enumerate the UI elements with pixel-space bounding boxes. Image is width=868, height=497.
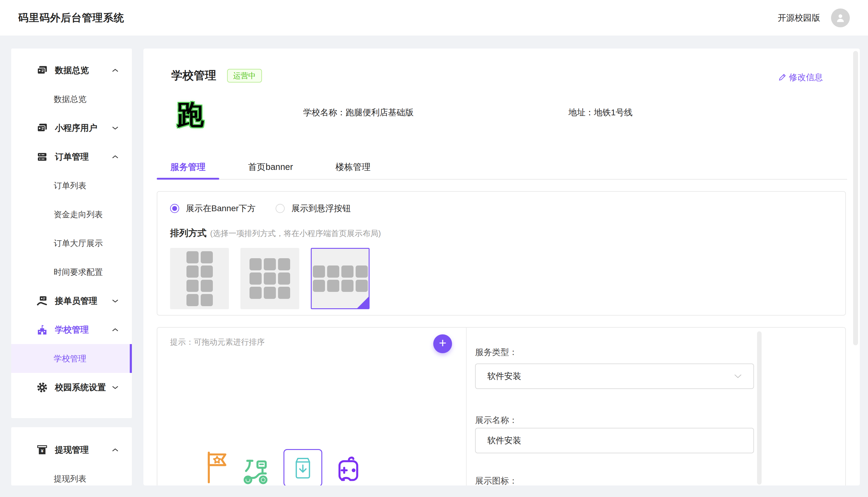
sidebar-item-order-list[interactable]: 订单列表 bbox=[11, 171, 132, 200]
sidebar-item-label: 订单列表 bbox=[54, 180, 86, 191]
chevron-up-icon bbox=[112, 68, 119, 72]
top-bar: 码里码外后台管理系统 开源校园版 bbox=[0, 0, 868, 36]
school-icon bbox=[37, 324, 48, 335]
service-display-panel: 展示在Banner下方 展示到悬浮按钮 排列方式 (选择一项排列方式，将在小程序… bbox=[157, 191, 846, 315]
page-title-row: 学校管理 运营中 bbox=[171, 68, 262, 83]
radio-show-below-banner[interactable]: 展示在Banner下方 bbox=[170, 203, 255, 214]
arrange-mode-label: 排列方式 bbox=[170, 227, 206, 239]
arrange-mode-hint: (选择一项排列方式，将在小程序端首页展示布局) bbox=[210, 228, 381, 239]
display-icon-label: 展示图标： bbox=[475, 475, 517, 485]
arrange-mode-row: 排列方式 (选择一项排列方式，将在小程序端首页展示布局) bbox=[170, 227, 845, 239]
sidebar-item-label: 接单员管理 bbox=[55, 295, 97, 307]
drag-sort-area: 提示：可拖动元素进行排序 + bbox=[157, 328, 467, 485]
layout-preview-grid bbox=[187, 251, 213, 306]
storage-icon bbox=[37, 152, 48, 162]
person-icon bbox=[835, 12, 846, 23]
atm-withdraw-icon: ¥ bbox=[37, 444, 48, 455]
sidebar-item-label: 订单大厅展示 bbox=[54, 238, 103, 249]
svg-text:¥: ¥ bbox=[41, 448, 44, 453]
layout-option-3col[interactable] bbox=[240, 248, 299, 309]
sidebar-item-order-management[interactable]: 订单管理 bbox=[11, 142, 132, 171]
chevron-up-icon bbox=[112, 155, 119, 159]
sidebar-item-miniapp-users[interactable]: 小程序用户 bbox=[11, 113, 132, 142]
school-name-value: 跑腿便利店基础版 bbox=[345, 108, 413, 117]
display-name-input[interactable]: 软件安装 bbox=[475, 428, 754, 453]
sidebar-item-label: 订单管理 bbox=[55, 151, 89, 162]
delivery-scooter-icon[interactable] bbox=[242, 456, 270, 484]
school-name-label: 学校名称： bbox=[303, 108, 345, 117]
chevron-down-icon bbox=[112, 385, 119, 389]
sidebar-item-label: 资金走向列表 bbox=[54, 209, 103, 220]
service-type-select[interactable]: 软件安装 bbox=[475, 364, 754, 389]
radio-show-float-button[interactable]: 展示到悬浮按钮 bbox=[276, 203, 351, 214]
layout-option-2col[interactable] bbox=[170, 248, 229, 309]
sidebar-item-withdraw-management[interactable]: ¥ 提现管理 bbox=[11, 436, 132, 464]
main-scrollbar[interactable] bbox=[853, 51, 858, 345]
edit-info-label: 修改信息 bbox=[789, 72, 823, 83]
school-name-row: 学校名称：跑腿便利店基础版 bbox=[303, 107, 413, 118]
sidebar-section-main: 数据总览 数据总览 小程序用户 bbox=[11, 48, 132, 418]
service-type-label: 服务类型： bbox=[475, 346, 517, 358]
radio-label: 展示在Banner下方 bbox=[186, 203, 255, 214]
game-controller-icon[interactable] bbox=[336, 455, 361, 484]
sidebar-item-label: 提现列表 bbox=[54, 473, 86, 484]
chevron-down-icon bbox=[112, 299, 119, 303]
radio-label: 展示到悬浮按钮 bbox=[291, 203, 351, 214]
sidebar-item-data-overview-sub[interactable]: 数据总览 bbox=[11, 85, 132, 113]
main-content: 学校管理 运营中 修改信息 跑 学校名称：跑腿便利店基础版 地址：地铁1号线 服… bbox=[143, 48, 860, 485]
sidebar-item-school-management-sub[interactable]: 学校管理 bbox=[11, 344, 132, 373]
page-title: 学校管理 bbox=[171, 68, 216, 83]
layout-option-4col-selected[interactable] bbox=[311, 248, 370, 309]
tab-home-banner[interactable]: 首页banner bbox=[234, 155, 307, 179]
display-name-label: 展示名称： bbox=[475, 414, 517, 426]
sidebar-item-label: 数据总览 bbox=[54, 94, 86, 105]
sidebar-item-label: 学校管理 bbox=[55, 324, 89, 336]
chevron-up-icon bbox=[112, 448, 119, 452]
form-scrollbar[interactable] bbox=[757, 331, 762, 485]
add-service-button[interactable]: + bbox=[433, 335, 452, 353]
radio-icon bbox=[170, 204, 179, 213]
sidebar-item-courier-management[interactable]: 接单员管理 bbox=[11, 286, 132, 315]
download-box-icon bbox=[293, 456, 312, 480]
tab-bar: 服务管理 首页banner 楼栋管理 bbox=[157, 155, 847, 180]
chevron-down-icon bbox=[112, 126, 119, 130]
hand-card-icon bbox=[37, 296, 48, 307]
sidebar-item-label: 数据总览 bbox=[55, 65, 89, 76]
school-logo: 跑 bbox=[177, 97, 204, 133]
user-avatar[interactable] bbox=[831, 9, 850, 27]
sidebar-item-label: 学校管理 bbox=[54, 353, 86, 364]
service-icon-list bbox=[205, 448, 361, 485]
sidebar-item-withdraw-list[interactable]: 提现列表 bbox=[11, 464, 132, 485]
sidebar-item-fund-flow-list[interactable]: 资金走向列表 bbox=[11, 200, 132, 229]
status-badge: 运营中 bbox=[227, 69, 262, 83]
tab-building-management[interactable]: 楼栋管理 bbox=[322, 155, 384, 179]
sidebar-item-label: 小程序用户 bbox=[55, 122, 97, 134]
edit-info-link[interactable]: 修改信息 bbox=[778, 72, 823, 83]
display-name-value: 软件安装 bbox=[487, 435, 521, 446]
school-address-row: 地址：地铁1号线 bbox=[569, 107, 633, 118]
selected-service-icon-frame[interactable] bbox=[283, 449, 322, 485]
radio-icon bbox=[276, 204, 285, 213]
service-type-value: 软件安装 bbox=[487, 370, 521, 382]
drag-hint: 提示：可拖动元素进行排序 bbox=[170, 337, 265, 347]
layout-options bbox=[170, 248, 845, 309]
sidebar-item-data-overview[interactable]: 数据总览 bbox=[11, 56, 132, 85]
flag-star-icon[interactable] bbox=[205, 452, 229, 485]
pencil-icon bbox=[778, 73, 786, 82]
sidebar-section-withdraw: ¥ 提现管理 提现列表 bbox=[11, 427, 132, 485]
sidebar-item-label: 时间要求配置 bbox=[54, 267, 103, 278]
chevron-up-icon bbox=[112, 328, 119, 332]
sidebar: 数据总览 数据总览 小程序用户 bbox=[11, 48, 132, 485]
layout-preview-grid bbox=[250, 258, 290, 299]
sidebar-item-label: 校园系统设置 bbox=[55, 382, 106, 393]
edition-label: 开源校园版 bbox=[778, 12, 820, 24]
app-title: 码里码外后台管理系统 bbox=[18, 11, 124, 25]
service-editor-panel: 提示：可拖动元素进行排序 + bbox=[157, 327, 846, 485]
layout-preview-grid bbox=[313, 266, 368, 292]
tab-service-management[interactable]: 服务管理 bbox=[157, 155, 219, 179]
sidebar-item-campus-system-settings[interactable]: 校园系统设置 bbox=[11, 373, 132, 402]
sidebar-item-time-requirement-config[interactable]: 时间要求配置 bbox=[11, 258, 132, 286]
sidebar-item-school-management[interactable]: 学校管理 bbox=[11, 315, 132, 344]
id-card-icon bbox=[37, 65, 48, 76]
sidebar-item-order-hall-display[interactable]: 订单大厅展示 bbox=[11, 229, 132, 258]
